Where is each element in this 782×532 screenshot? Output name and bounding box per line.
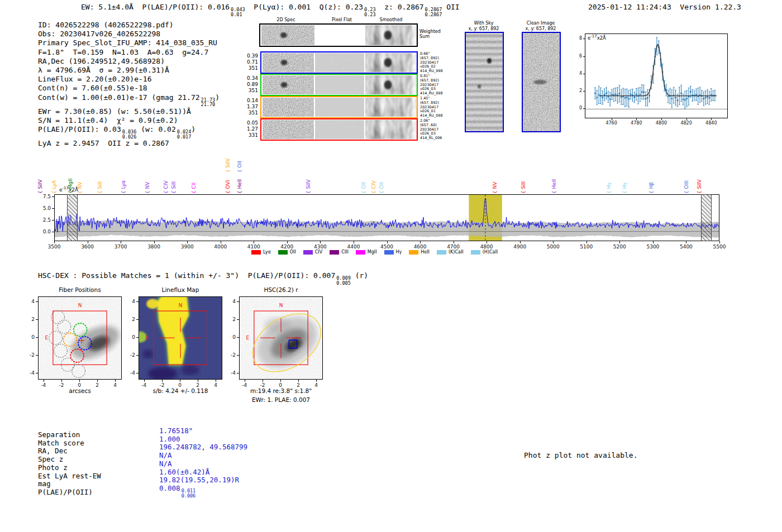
cut-ytick: 2 <box>126 317 135 322</box>
weighted-smoothed-image <box>365 25 417 45</box>
row-2dspec-image <box>263 98 314 117</box>
x-tick-3900: 3900 <box>178 244 196 250</box>
inset-xtick-4800: 4800 <box>654 121 669 126</box>
row-smoothed-image <box>365 75 417 94</box>
x-tick-4800: 4800 <box>478 244 495 250</box>
emission-line-legend: LyαOIICIVCIIIMgIIHγHeII(K)CaII(H)CaII <box>251 250 498 255</box>
hsc-xlabel-2: EWr: 1. PLAE: 0.007 <box>231 396 331 403</box>
row-pixelflat-image <box>315 75 364 94</box>
spec2d-row-2 <box>260 96 418 118</box>
weighted-sum-row <box>259 23 418 47</box>
x-tick-5000: 5000 <box>544 244 562 250</box>
legend-swatch <box>471 250 480 255</box>
x-tick-4100: 4100 <box>245 244 263 250</box>
hsc-cutout-panel: NE <box>239 296 323 380</box>
legend-swatch <box>409 250 418 255</box>
lineflux-xlabel: s/b: 4.24 +/- 0.118 <box>133 387 228 394</box>
cut-xtick: 0 <box>73 382 86 388</box>
inset-ytick-2: 2 <box>577 88 582 93</box>
lineflux-map-title: Lineflux Map <box>139 286 222 293</box>
x-tick-4900: 4900 <box>511 244 529 250</box>
inset-flux-units-label: e-17x2Å <box>588 34 606 41</box>
row-pixelflat-image <box>315 120 364 139</box>
withsky-title: With Sky x, y: 657, 892 <box>461 21 506 32</box>
info-line-9: EWr = 7.30(±0.85) (w: 5.50(±0.51))Å <box>38 107 220 116</box>
inset-ytick-8: 8 <box>577 36 582 41</box>
col-title-2dspec: 2D Spec <box>269 17 303 23</box>
legend-label: (H)CaII <box>483 250 498 255</box>
withsky-image <box>465 32 504 132</box>
inset-ytick-6: 6 <box>577 54 582 59</box>
header-datetime-version: 2025-01-12 11:24:43 Version 1.22.3 <box>588 3 741 11</box>
line-label-SiII-4: { SiII <box>97 181 124 194</box>
x-tick-5200: 5200 <box>611 244 628 250</box>
match-label-7: P(LAE)/P(OII) <box>38 488 101 497</box>
row-2dspec-image <box>263 75 314 94</box>
match-value-2: 196.248782, 49.568799 <box>159 443 247 452</box>
fiber-positions-title: Fiber Positions <box>38 286 122 293</box>
inset-xtick-4840: 4840 <box>703 121 719 126</box>
svg-text:E: E <box>145 335 149 341</box>
row-right-meta-2: 1.45"(657, 892)20230417v026_01414_RU_098 <box>420 97 449 118</box>
row-right-meta-3: 2.06"(657, 60)20230417v026_03414_RL_006 <box>420 119 449 141</box>
cut-xtick: 4 <box>108 382 122 388</box>
svg-text:E: E <box>246 335 249 341</box>
line-label-SiIV-25: { SiIV <box>697 179 723 194</box>
line-label-Hβ-23: { Hβ <box>649 182 675 194</box>
info-line-0: ID: 4026522298 (4026522298.pdf) <box>38 21 220 30</box>
line-label-NV-18: { NV <box>492 182 519 194</box>
legend-swatch <box>356 250 365 255</box>
x-tick-4400: 4400 <box>345 244 363 250</box>
legend-label: HeII <box>421 250 430 255</box>
info-line-4: RA,Dec (196.249512,49.568928) <box>38 57 220 66</box>
cut-ytick: -2 <box>126 352 135 358</box>
cleanimage-image <box>522 32 561 132</box>
legend-label: Hγ <box>396 250 402 255</box>
legend-swatch <box>330 250 339 255</box>
cut-xtick: 4 <box>209 382 222 388</box>
cut-ytick: 4 <box>26 299 35 304</box>
cut-xtick: -4 <box>137 382 151 388</box>
x-tick-3800: 3800 <box>145 244 163 250</box>
legend-item-Hγ: Hγ <box>384 250 402 255</box>
info-line-12: LyA z = 2.9457 OII z = 0.2867 <box>38 139 220 148</box>
line-label-HeII-20: { HeII <box>551 179 578 194</box>
match-value-3: N/A <box>159 452 247 460</box>
y-tick-0.0: 0.0 <box>39 229 51 234</box>
info-line-7: Cont(n) = 7.60(±0.55)e-18 <box>38 84 220 93</box>
svg-text:N: N <box>279 303 283 308</box>
x-tick-4500: 4500 <box>378 244 396 250</box>
row-smoothed-image <box>365 120 417 139</box>
cut-ytick: 2 <box>26 317 35 322</box>
legend-label: OII <box>290 250 296 255</box>
legend-swatch <box>303 250 313 255</box>
fiber-positions-panel: NE <box>38 296 122 380</box>
hsc-dex-summary: HSC-DEX : Possible Matches = 1 (within +… <box>38 271 368 285</box>
masked-band-0 <box>67 194 78 241</box>
y-tick-5.0: 5.0 <box>39 205 51 211</box>
x-tick-4300: 4300 <box>311 244 329 250</box>
match-table-values: 1.76518"1.000196.248782, 49.568799N/AN/A… <box>159 427 247 498</box>
cleanimage-title: Clean Image x, y: 657, 892 <box>518 21 563 32</box>
header-summary: EW: 5.1±4.0Å P(LAE)/P(OII): 0.0160.0430.… <box>81 3 460 17</box>
row-left-stats-2: 0.141.37351 <box>244 98 258 116</box>
info-line-2: Primary Spec_Slot_IFU_AMP: 414_038_035_R… <box>38 39 220 47</box>
svg-text:N: N <box>78 303 82 308</box>
match-value-4: N/A <box>159 460 247 468</box>
info-line-3: F=1.8" T=0.159 N=1.03 A=0.63 g=24.7 <box>38 48 220 57</box>
cut-xtick: 2 <box>292 382 305 388</box>
cut-xtick: -2 <box>155 382 169 388</box>
x-tick-5300: 5300 <box>644 244 662 250</box>
cut-ytick: -2 <box>26 352 35 358</box>
svg-text:E: E <box>45 335 48 341</box>
info-line-8: Cont(w) = 1.00(±0.01)e-17 (gmag 21.7221.… <box>38 93 220 107</box>
cut-ytick: 0 <box>26 334 35 340</box>
legend-item-MgII: MgII <box>356 250 377 255</box>
weighted-pixelflat-image <box>316 25 364 45</box>
inset-xtick-4780: 4780 <box>628 121 644 126</box>
match-value-0: 1.76518" <box>159 427 247 435</box>
legend-label: (K)CaII <box>449 250 464 255</box>
cut-xtick: -4 <box>37 382 50 388</box>
cut-xtick: 2 <box>191 382 204 388</box>
cut-xtick: 2 <box>90 382 104 388</box>
